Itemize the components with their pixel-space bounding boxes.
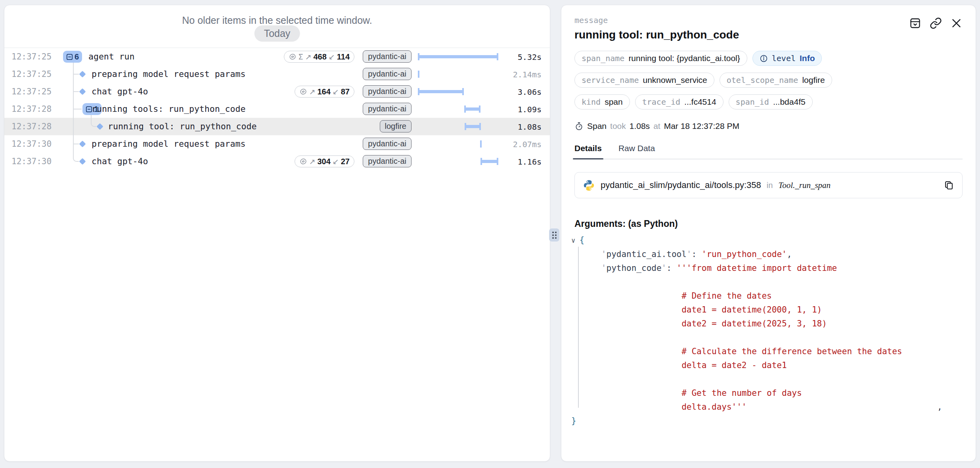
child-count: 6 <box>75 52 79 61</box>
detail-tabs: DetailsRaw Data <box>574 144 963 159</box>
scope-tag[interactable]: pydantic-ai <box>363 85 412 98</box>
code-line: 'pydantic_ai.tool': 'run_python_code', <box>571 247 963 261</box>
code-line: date1 = datetime(2000, 1, 1) <box>571 303 963 317</box>
trace-row[interactable]: 12:37:30chat gpt-4o↗304↙27pydantic-ai1.1… <box>4 153 550 170</box>
tokens-received: 27 <box>341 157 350 166</box>
row-timestamp: 12:37:30 <box>11 139 52 149</box>
token-count-badge[interactable]: Σ↗468↙114 <box>284 51 354 63</box>
tree-connector <box>74 91 79 92</box>
scope-tag[interactable]: pydantic-ai <box>363 50 412 63</box>
received-arrow-icon: ↙ <box>333 157 339 166</box>
code-line: date2 = datetime(2025, 3, 18) <box>571 317 963 331</box>
row-timestamp: 12:37:25 <box>11 87 52 96</box>
tab-raw-data[interactable]: Raw Data <box>618 144 655 159</box>
trace-row[interactable]: 12:37:256agent runΣ↗468↙114pydantic-ai5.… <box>4 48 550 65</box>
trace-list-panel: No older items in the selected time wind… <box>4 5 550 462</box>
tokens-received: 87 <box>341 87 350 96</box>
attribute-pill-otel_scope_name[interactable]: otel_scope_namelogfire <box>720 73 832 88</box>
scope-tag[interactable]: pydantic-ai <box>363 103 412 115</box>
trace-row[interactable]: 12:37:28running tool: run_python_codelog… <box>4 118 550 135</box>
attribute-pill-service_name[interactable]: service_nameunknown_service <box>574 73 714 88</box>
sent-arrow-icon: ↗ <box>309 157 316 166</box>
tab-details[interactable]: Details <box>574 144 602 159</box>
timeline-tick <box>418 71 419 78</box>
code-line <box>571 331 963 345</box>
close-icon[interactable] <box>950 17 963 29</box>
span-label: preparing model request params <box>92 139 245 149</box>
stopwatch-icon <box>574 122 584 131</box>
token-count-badge[interactable]: ↗164↙87 <box>295 86 354 98</box>
pill-key: span_id <box>736 97 769 107</box>
span-diamond-icon <box>79 88 86 95</box>
row-timestamp: 12:37:28 <box>11 122 52 131</box>
tokens-sent: 468 <box>313 52 326 61</box>
timeline-bar <box>418 88 464 95</box>
span-duration: 2.14ms <box>513 70 542 79</box>
pill-key: trace_id <box>642 97 680 107</box>
trace-row[interactable]: 12:37:30preparing model request paramspy… <box>4 135 550 153</box>
arguments-code-block[interactable]: ∨ { 'pydantic_ai.tool': 'run_python_code… <box>571 233 963 428</box>
sum-icon: Σ <box>299 52 303 61</box>
span-duration: 5.32s <box>518 52 542 62</box>
attribute-pill-span_id[interactable]: span_id...bda4f5 <box>729 94 813 109</box>
code-location-in: in <box>767 181 773 190</box>
row-timestamp: 12:37:28 <box>11 104 52 114</box>
trace-rows: 12:37:256agent runΣ↗468↙114pydantic-ai5.… <box>4 48 550 170</box>
info-icon <box>760 54 768 63</box>
span-detail-panel: message running tool: run_python_code sp… <box>561 5 976 462</box>
collapse-panel-icon[interactable] <box>909 17 921 29</box>
panel-resize-handle[interactable] <box>549 228 559 242</box>
tree-connector <box>91 118 96 127</box>
pill-key: level <box>772 54 796 63</box>
code-location-path: pydantic_ai_slim/pydantic_ai/tools.py:35… <box>601 180 761 190</box>
tree-connector <box>74 144 79 144</box>
received-arrow-icon: ↙ <box>333 87 339 96</box>
trace-row[interactable]: 12:37:25preparing model request paramspy… <box>4 65 550 83</box>
copy-link-icon[interactable] <box>930 17 942 29</box>
today-button[interactable]: Today <box>255 25 300 42</box>
scope-tag[interactable]: pydantic-ai <box>363 138 412 150</box>
row-timestamp: 12:37:25 <box>11 52 52 61</box>
pill-key: service_name <box>582 75 639 85</box>
trace-row[interactable]: 12:37:25chat gpt-4o↗164↙87pydantic-ai3.0… <box>4 83 550 100</box>
attribute-pill-kind[interactable]: kindspan <box>574 94 630 109</box>
pill-key: kind <box>582 97 601 107</box>
expand-collapse-badge[interactable]: 6 <box>63 51 82 63</box>
code-line: delta.days''' , <box>571 400 963 414</box>
span-label: chat gpt-4o <box>92 156 148 166</box>
indent-guide <box>578 247 579 408</box>
code-location-card[interactable]: pydantic_ai_slim/pydantic_ai/tools.py:35… <box>574 172 963 198</box>
attribute-pills: span_namerunning tool: {pydantic_ai.tool… <box>574 51 963 109</box>
tokens-icon <box>299 88 307 96</box>
span-duration: 1.09s <box>518 105 542 114</box>
scope-tag[interactable]: logfire <box>380 120 412 132</box>
python-icon <box>583 179 595 192</box>
trace-list-header: No older items in the selected time wind… <box>4 5 550 48</box>
span-title: running tool: run_python_code <box>574 29 739 41</box>
span-duration-summary: Span took 1.08s at Mar 18 12:37:28 PM <box>574 121 963 131</box>
tokens-icon <box>289 53 297 61</box>
timeline-bar <box>464 105 480 113</box>
attribute-pill-trace_id[interactable]: trace_id...fc4514 <box>635 94 724 109</box>
collapse-icon <box>66 54 73 60</box>
code-location-function: Tool._run_span <box>778 180 831 190</box>
empty-window-message: No older items in the selected time wind… <box>4 15 550 26</box>
span-diamond-icon <box>79 158 86 165</box>
span-label: preparing model request params <box>92 69 245 79</box>
sent-arrow-icon: ↗ <box>309 87 316 96</box>
collapse-json-icon[interactable]: ∨ <box>571 236 579 244</box>
code-line: } <box>571 414 963 428</box>
pill-value: Info <box>800 54 815 63</box>
trace-row[interactable]: 12:37:281running tools: run_python_codep… <box>4 100 550 118</box>
scope-tag[interactable]: pydantic-ai <box>363 68 412 80</box>
token-count-badge[interactable]: ↗304↙27 <box>295 155 354 167</box>
copy-icon[interactable] <box>944 180 954 191</box>
level-pill[interactable]: levelInfo <box>752 51 822 66</box>
span-duration: 3.06s <box>518 87 542 97</box>
received-arrow-icon: ↙ <box>329 52 335 61</box>
tokens-sent: 304 <box>317 157 330 166</box>
attribute-pill-span_name[interactable]: span_namerunning tool: {pydantic_ai.tool… <box>574 51 747 66</box>
pill-value: ...bda4f5 <box>773 97 806 107</box>
scope-tag[interactable]: pydantic-ai <box>363 155 412 167</box>
span-label: running tools: run_python_code <box>92 104 245 114</box>
